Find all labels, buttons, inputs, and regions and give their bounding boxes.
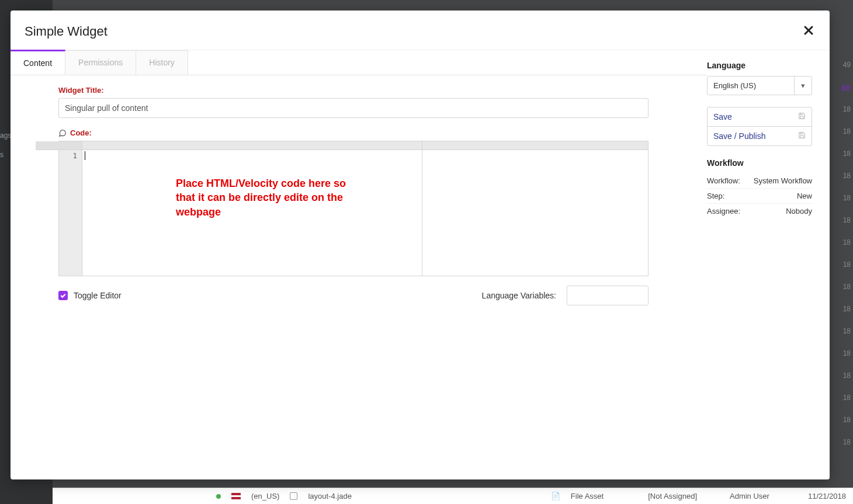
- bg-date: 11/21/2018: [808, 492, 846, 500]
- tab-label: History: [149, 58, 175, 67]
- sidebar-fragment-1: ags: [0, 131, 11, 140]
- bg-right-val: 18: [843, 280, 851, 293]
- checkmark-icon: [60, 292, 67, 299]
- code-annotation-text: Place HTML/Velocity code here so that it…: [176, 176, 363, 219]
- modal-side-pane: Language English (US) ▾ Save Save / Publ…: [707, 50, 830, 479]
- language-variables-label: Language Variables:: [482, 291, 556, 300]
- workflow-value: New: [797, 192, 812, 200]
- bg-right-val: 18: [843, 436, 851, 449]
- modal-title: Simple Widget: [25, 24, 108, 39]
- tab-bar: Content Permissions History: [11, 50, 707, 75]
- tab-content[interactable]: Content: [11, 50, 65, 75]
- status-dot-icon: [216, 494, 221, 499]
- widget-title-input[interactable]: [58, 98, 649, 118]
- save-icon: [798, 131, 806, 141]
- workflow-key: Step:: [707, 192, 724, 200]
- gutter-line-number: 1: [72, 151, 77, 160]
- chevron-down-icon: ▾: [794, 77, 812, 95]
- bg-right-val: 18: [843, 125, 851, 138]
- code-editor[interactable]: 1 Place HTML/Velocity code here so that …: [58, 141, 649, 276]
- tab-label: Permissions: [78, 58, 123, 67]
- workflow-value: Nobody: [786, 207, 812, 215]
- close-button[interactable]: [802, 22, 816, 40]
- code-label: Code:: [70, 128, 92, 137]
- bg-right-val: 18: [843, 413, 851, 426]
- tab-history[interactable]: History: [136, 50, 188, 75]
- background-table-row: (en_US) layout-4.jade 📄 File Asset [Not …: [53, 488, 853, 504]
- bg-right-val: 18: [843, 192, 851, 204]
- workflow-row: Assignee: Nobody: [707, 204, 812, 218]
- widget-title-label: Widget Title:: [58, 86, 666, 95]
- tab-label: Content: [23, 58, 52, 68]
- bg-right-val: 18: [843, 369, 851, 382]
- language-select-value: English (US): [708, 77, 794, 95]
- bg-right-top: 49: [843, 58, 851, 71]
- bg-right-val: 18: [843, 258, 851, 271]
- action-button-group: Save Save / Publish: [707, 107, 817, 146]
- bg-right-val: 18: [843, 214, 851, 227]
- bg-filetype: File Asset: [571, 492, 604, 500]
- bg-right-val: 18: [843, 147, 851, 160]
- form-area: Widget Title: Code: 1: [11, 75, 707, 479]
- toggle-editor-checkbox[interactable]: [58, 291, 68, 300]
- workflow-section-title: Workflow: [707, 158, 817, 168]
- workflow-table: Workflow: System Workflow Step: New Assi…: [707, 173, 812, 218]
- bg-right-val: 18: [843, 347, 851, 360]
- bg-right-link: ate: [841, 81, 851, 93]
- close-icon: [804, 26, 813, 35]
- editor-footer: Toggle Editor Language Variables:: [58, 286, 649, 305]
- code-content-area[interactable]: Place HTML/Velocity code here so that it…: [82, 141, 648, 276]
- modal-dialog: Simple Widget Content Permissions Histor…: [11, 11, 830, 479]
- save-button[interactable]: Save: [707, 107, 812, 127]
- bg-right-val: 18: [843, 103, 851, 116]
- bg-assigned: [Not Assigned]: [648, 492, 697, 500]
- sidebar-fragment-2: s: [0, 151, 4, 159]
- text-cursor-icon: [85, 151, 85, 160]
- bg-user: Admin User: [730, 492, 769, 500]
- bg-right-val: 18: [843, 236, 851, 249]
- bg-right-val: 18: [843, 169, 851, 182]
- bg-right-val: 18: [843, 391, 851, 404]
- bg-right-val: 18: [843, 303, 851, 315]
- code-split-divider: [422, 141, 422, 276]
- workflow-row: Workflow: System Workflow: [707, 173, 812, 189]
- code-ruler: [82, 141, 648, 150]
- modal-main-pane: Content Permissions History Widget Title…: [11, 50, 707, 479]
- file-icon: 📄: [551, 492, 560, 500]
- toggle-editor-label[interactable]: Toggle Editor: [74, 291, 122, 300]
- code-gutter: 1: [59, 141, 82, 276]
- tab-permissions[interactable]: Permissions: [65, 50, 136, 75]
- language-section-title: Language: [707, 61, 817, 70]
- flag-us-icon: [231, 493, 241, 499]
- workflow-row: Step: New: [707, 189, 812, 204]
- bg-checkbox: [290, 492, 297, 500]
- modal-header: Simple Widget: [11, 11, 830, 50]
- workflow-key: Assignee:: [707, 207, 740, 215]
- language-variables-select[interactable]: [567, 286, 649, 305]
- save-button-label: Save: [713, 112, 732, 121]
- comment-icon: [58, 129, 67, 137]
- language-select[interactable]: English (US) ▾: [707, 76, 812, 95]
- save-icon: [798, 112, 806, 121]
- workflow-value: System Workflow: [754, 176, 812, 185]
- bg-right-val: 18: [843, 325, 851, 338]
- save-publish-button-label: Save / Publish: [713, 131, 766, 141]
- save-publish-button[interactable]: Save / Publish: [707, 126, 812, 146]
- workflow-key: Workflow:: [707, 176, 740, 185]
- bg-filename: layout-4.jade: [308, 492, 351, 500]
- bg-lang: (en_US): [251, 492, 279, 500]
